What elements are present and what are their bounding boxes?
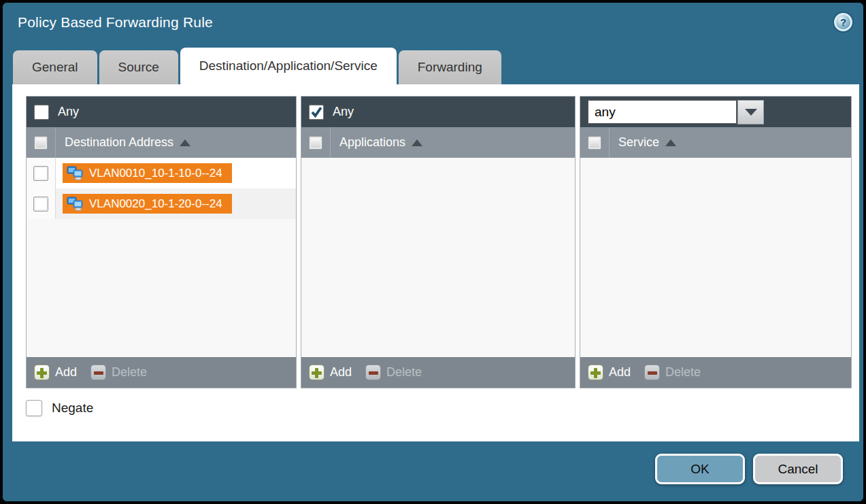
tab-general[interactable]: General <box>13 50 97 84</box>
destination-header-label: Destination Address <box>65 135 173 150</box>
applications-column-header[interactable]: Applications <box>301 127 575 158</box>
destination-any-label: Any <box>58 105 79 119</box>
applications-delete-button[interactable]: Delete <box>365 365 422 380</box>
policy-based-forwarding-dialog: Policy Based Forwarding Rule ? General S… <box>0 0 866 504</box>
sort-ascending-icon <box>665 139 676 146</box>
applications-add-button[interactable]: Add <box>309 365 352 380</box>
row-checkbox[interactable] <box>33 166 48 181</box>
negate-label: Negate <box>52 401 93 416</box>
destination-any-bar: Any <box>27 97 296 127</box>
service-add-button[interactable]: Add <box>588 365 631 380</box>
tab-bar: General Source Destination/Application/S… <box>13 48 503 84</box>
service-list <box>580 158 851 357</box>
applications-any-bar: Any <box>301 97 575 127</box>
negate-checkbox[interactable] <box>26 400 42 416</box>
dialog-title: Policy Based Forwarding Rule <box>18 14 213 31</box>
destination-column-header[interactable]: Destination Address <box>27 127 296 158</box>
service-column-header[interactable]: Service <box>580 127 851 158</box>
columns-container: Any Destination Address <box>12 84 859 388</box>
row-checkbox[interactable] <box>33 197 48 212</box>
add-plus-icon <box>309 365 324 380</box>
destination-list: VLAN0010_10-1-10-0--24 <box>27 158 296 357</box>
service-column: any Service <box>580 96 852 388</box>
negate-option: Negate <box>26 400 859 416</box>
service-dropdown: any <box>588 100 764 124</box>
delete-minus-icon <box>90 365 106 380</box>
delete-minus-icon <box>644 365 660 380</box>
help-icon[interactable]: ? <box>834 13 852 31</box>
applications-column: Any Applications Add <box>301 96 576 388</box>
checkmark-icon <box>310 106 322 118</box>
network-address-icon <box>67 166 84 180</box>
destination-address-column: Any Destination Address <box>26 96 297 388</box>
destination-row[interactable]: VLAN0010_10-1-10-0--24 <box>27 158 296 188</box>
tab-forwarding[interactable]: Forwarding <box>399 50 501 84</box>
chevron-down-icon <box>745 109 757 116</box>
destination-any-checkbox[interactable] <box>34 105 49 120</box>
applications-footer-bar: Add Delete <box>301 357 575 388</box>
service-dropdown-arrow-button[interactable] <box>737 100 764 124</box>
applications-any-label: Any <box>333 105 354 119</box>
sort-ascending-icon <box>180 139 190 146</box>
dialog-actions: OK Cancel <box>655 454 843 484</box>
tab-destination-application-service[interactable]: Destination/Application/Service <box>180 48 397 84</box>
destination-row[interactable]: VLAN0020_10-1-20-0--24 <box>27 188 296 219</box>
cancel-button[interactable]: Cancel <box>753 454 843 484</box>
address-object-label: VLAN0020_10-1-20-0--24 <box>89 197 222 211</box>
service-select-all-checkbox[interactable] <box>588 136 601 150</box>
destination-delete-button[interactable]: Delete <box>90 365 147 380</box>
service-header-label: Service <box>618 135 659 150</box>
address-object-label: VLAN0010_10-1-10-0--24 <box>89 167 222 180</box>
delete-minus-icon <box>365 365 381 380</box>
service-footer-bar: Add Delete <box>580 357 851 388</box>
add-plus-icon <box>34 365 50 380</box>
tab-content-panel: Any Destination Address <box>12 84 859 441</box>
applications-any-checkbox[interactable] <box>309 105 324 120</box>
tab-source[interactable]: Source <box>99 50 178 84</box>
service-dropdown-bar: any <box>580 97 851 127</box>
applications-header-label: Applications <box>339 135 405 150</box>
ok-button[interactable]: OK <box>655 454 745 484</box>
sort-ascending-icon <box>412 139 422 146</box>
service-delete-button[interactable]: Delete <box>644 365 701 380</box>
service-dropdown-input[interactable]: any <box>588 100 737 124</box>
destination-select-all-checkbox[interactable] <box>34 136 48 150</box>
destination-add-button[interactable]: Add <box>34 365 77 380</box>
destination-footer-bar: Add Delete <box>27 357 296 388</box>
add-plus-icon <box>588 365 603 380</box>
applications-list <box>301 158 575 357</box>
applications-select-all-checkbox[interactable] <box>309 136 322 150</box>
network-address-icon <box>67 197 84 211</box>
